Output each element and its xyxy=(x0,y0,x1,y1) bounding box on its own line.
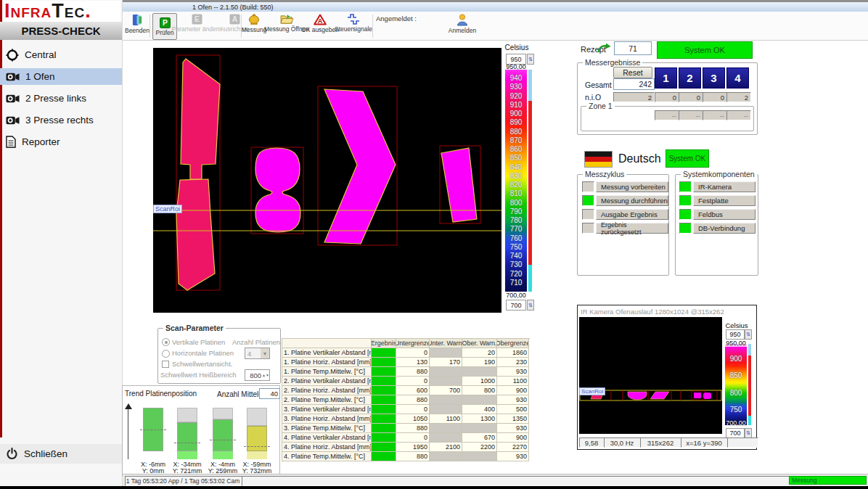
table-row[interactable]: 2. Platine Temp.Mittelw. [°C]880930 xyxy=(282,395,530,405)
colorbar-tick-label: 780 xyxy=(510,217,523,224)
trend-axis xyxy=(128,408,128,459)
colorbar-min-input[interactable]: 700 xyxy=(506,300,526,311)
trend-bar xyxy=(247,451,267,459)
schwellwert-spinner[interactable]: 800 ▲▼ xyxy=(245,369,270,381)
sidebar-item-schliessen[interactable]: Schließen xyxy=(0,444,122,464)
german-flag-icon[interactable] xyxy=(584,151,613,168)
zone-3-value: -- xyxy=(703,110,727,120)
schwellwert-value: 800 xyxy=(245,371,262,379)
ir-colorbar-min-input[interactable]: 700 xyxy=(726,428,745,438)
colorbar-tick-label: 790 xyxy=(510,208,523,215)
trend-bar xyxy=(247,426,267,451)
reset-button[interactable]: Reset xyxy=(613,67,652,78)
colorbar-tick-label: 840 xyxy=(510,164,523,171)
component-indicator xyxy=(679,181,692,192)
nio-total-field: 2 xyxy=(613,92,655,102)
sidebar-item-central[interactable]: Central xyxy=(0,46,122,63)
system-ok-small-button[interactable]: System OK xyxy=(666,149,709,168)
thermal-image-main[interactable]: ScanRoi xyxy=(153,48,501,313)
result-cell xyxy=(372,367,396,377)
channel-4-button[interactable]: 4 xyxy=(726,67,749,89)
limit-cell: 900 xyxy=(497,433,529,443)
channel-1-nio: 0 xyxy=(655,92,679,102)
rezept-reload-icon[interactable] xyxy=(597,42,611,54)
sidebar-item-presse-links[interactable]: 2 Presse links xyxy=(0,90,122,107)
rezept-input[interactable]: 71 xyxy=(614,41,652,55)
trend-target-line xyxy=(174,443,200,443)
sidebar-item-label: 1 Ofen xyxy=(25,71,55,82)
limit-cell xyxy=(430,377,462,386)
steuersignale-button[interactable]: Steuersignale xyxy=(337,14,370,33)
colorbar-tick-label: 760 xyxy=(510,235,523,242)
sidebar-item-ofen[interactable]: 1 Ofen xyxy=(0,68,122,85)
ir-colorbar-autoscale-bottom-button[interactable]: ⇅ xyxy=(745,428,752,438)
parameter-aendern-button[interactable]: E Parameter ändern xyxy=(176,14,217,33)
channel-3-button[interactable]: 3 xyxy=(703,67,725,89)
anzahl-platinen-value: 4 xyxy=(245,350,261,358)
table-row[interactable]: 1. Platine Temp.Mittelw. [°C]880930 xyxy=(282,367,530,377)
table-row[interactable]: 1. Platine Horiz. Abstand [mm]1301701902… xyxy=(282,358,530,367)
colorbar-tick-label: 750 xyxy=(730,406,742,414)
gesamt-input[interactable]: 242 xyxy=(613,78,655,90)
colorbar-tick-label: 800 xyxy=(510,200,523,207)
colorbar-tick-label: 890 xyxy=(510,119,523,126)
ir-status-resolution: 315x262 xyxy=(640,437,683,448)
messzyklus-step-label: Ausgabe Ergebnis xyxy=(596,209,668,220)
svg-text:A: A xyxy=(318,17,323,25)
trend-title: Trend Platinenposition xyxy=(125,390,197,398)
limit-cell: 500 xyxy=(497,405,529,414)
table-row[interactable]: 4. Platine Vertikaler Abstand [mm]067090… xyxy=(282,433,530,443)
limit-cell: 800 xyxy=(462,386,497,395)
ir-colorbar-max-input[interactable]: 950 xyxy=(726,329,745,340)
table-row[interactable]: 4. Platine Horiz. Abstand [mm]1950210022… xyxy=(282,443,530,452)
table-header-row: Ergebnis Untergrenze Unter. Warn. Ober. … xyxy=(282,339,530,348)
logo-tec: Tec xyxy=(52,0,85,22)
anzahl-platinen-combo[interactable]: 4 ▼ xyxy=(245,348,270,359)
limit-cell xyxy=(462,367,497,377)
limit-cell: 880 xyxy=(396,452,430,461)
table-row[interactable]: 3. Platine Vertikaler Abstand [mm]040050… xyxy=(282,405,530,414)
table-row[interactable]: 3. Platine Temp.Mittelw. [°C]880930 xyxy=(282,424,530,433)
thermal-image-small[interactable]: ScanRoi xyxy=(579,317,722,434)
table-row[interactable]: 4. Platine Temp.Mittelw. [°C]880930 xyxy=(282,452,530,461)
colorbar-tick-label: 930 xyxy=(510,83,523,91)
sidebar-item-reporter[interactable]: Reporter xyxy=(0,133,122,150)
mittelungen-input[interactable]: 40 xyxy=(259,388,280,399)
zone-2-value: -- xyxy=(679,110,703,120)
trend-target-line xyxy=(140,430,166,430)
channel-1-button[interactable]: 1 xyxy=(655,67,677,89)
channel-2-button[interactable]: 2 xyxy=(679,67,701,89)
table-row[interactable]: 2. Platine Vertikaler Abstand [mm]010001… xyxy=(282,377,530,386)
radio-vertikale-platinen[interactable] xyxy=(162,338,170,346)
colorbar-tick-label: 810 xyxy=(510,190,523,197)
row-label: 4. Platine Horiz. Abstand [mm] xyxy=(282,443,372,452)
system-ok-main-button[interactable]: System OK xyxy=(657,41,753,59)
messzyklus-indicator xyxy=(582,223,594,234)
pruefen-label: Prüfen xyxy=(155,29,173,36)
ok-ausgeben-button[interactable]: A OK ausgeben xyxy=(303,14,337,33)
result-cell xyxy=(372,414,396,424)
ir-status-cursor-pos: x=16 y=390 xyxy=(681,437,729,448)
colorbar-autoscale-bottom-button[interactable]: ⇅ xyxy=(527,300,534,311)
colorbar-tick-label: 750 xyxy=(510,244,523,251)
component-label: Festplatte xyxy=(693,195,756,206)
result-cell xyxy=(372,377,396,386)
ir-colorbar-autoscale-top-button[interactable]: ⇅ xyxy=(745,329,752,340)
sidebar-item-presse-rechts[interactable]: 3 Presse rechts xyxy=(0,112,122,128)
table-header: Obergrenze xyxy=(497,339,529,348)
result-cell xyxy=(372,405,396,414)
table-row[interactable]: 2. Platine Horiz. Abstand [mm]6007008009… xyxy=(282,386,530,395)
anmelden-button[interactable]: Anmelden xyxy=(446,14,479,34)
steuersignale-label: Steuersignale xyxy=(335,25,372,33)
table-row[interactable]: 1. Platine Vertikaler Abstand [mm]020186… xyxy=(282,348,530,358)
table-row[interactable]: 3. Platine Horiz. Abstand [mm]1050110013… xyxy=(282,414,530,424)
radio-horizontale-platinen[interactable] xyxy=(162,350,170,358)
limit-cell xyxy=(430,452,462,461)
colorbar-tick-label: 830 xyxy=(510,173,523,180)
schwellwertansicht-checkbox[interactable] xyxy=(162,361,169,368)
row-label: 4. Platine Vertikaler Abstand [mm] xyxy=(282,433,372,443)
limit-cell: 230 xyxy=(497,358,529,367)
messzyklus-indicator xyxy=(582,209,594,220)
limit-cell xyxy=(430,367,462,377)
trend-bar xyxy=(177,422,197,451)
